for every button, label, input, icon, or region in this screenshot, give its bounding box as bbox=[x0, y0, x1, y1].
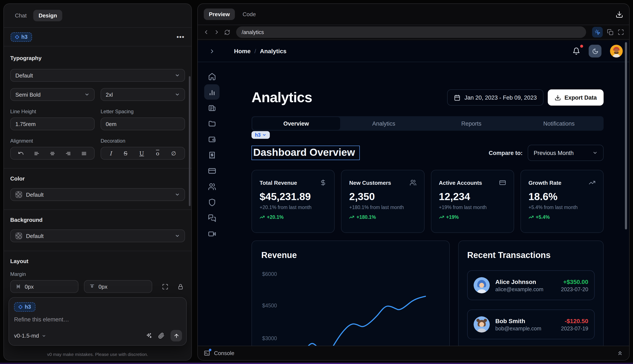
selected-element-chip[interactable]: h3 bbox=[11, 32, 32, 42]
submit-button[interactable] bbox=[170, 330, 182, 342]
transaction-name: Bob Smith bbox=[495, 318, 541, 324]
fullscreen-icon[interactable] bbox=[618, 29, 624, 35]
strikethrough-icon[interactable]: S bbox=[124, 150, 127, 156]
tab-reports[interactable]: Reports bbox=[428, 117, 515, 130]
chevrons-up-icon[interactable] bbox=[617, 350, 623, 356]
line-height-input[interactable]: 1.75rem bbox=[10, 118, 95, 130]
refine-composer: h3 Refine this element… v0-1.5-md bbox=[9, 297, 187, 346]
overline-icon[interactable]: o bbox=[156, 150, 159, 156]
letter-spacing-input[interactable]: 0em bbox=[101, 118, 185, 130]
margin-x-value: 0px bbox=[25, 283, 34, 290]
expand-margin-icon[interactable] bbox=[162, 283, 168, 290]
stat-card-active-accounts: Active Accounts 12,234 +19% from last mo… bbox=[431, 170, 514, 233]
video-icon bbox=[208, 230, 216, 238]
sidebar-item-files[interactable] bbox=[204, 116, 220, 131]
sidebar-item-home[interactable] bbox=[204, 68, 220, 84]
tab-chat[interactable]: Chat bbox=[10, 10, 32, 21]
app-topbar: Home / Analytics bbox=[198, 40, 629, 62]
theme-toggle-button[interactable] bbox=[589, 45, 601, 58]
transaction-date: 2023-07-19 bbox=[561, 326, 588, 332]
breadcrumb-home[interactable]: Home bbox=[234, 48, 251, 54]
stat-subtext: +5.4% from last month bbox=[529, 205, 596, 210]
sidebar-item-wallet[interactable] bbox=[204, 132, 220, 147]
sidebar-toggle-icon[interactable] bbox=[209, 48, 215, 54]
layout-section-title: Layout bbox=[10, 258, 185, 264]
bar-chart-icon bbox=[208, 88, 216, 96]
undo-icon[interactable] bbox=[18, 150, 24, 156]
font-size-select[interactable]: 2xl bbox=[101, 88, 185, 101]
sidebar-item-customers[interactable] bbox=[204, 179, 220, 194]
stat-value: $45,231.89 bbox=[260, 191, 327, 203]
user-avatar[interactable] bbox=[610, 45, 623, 58]
sidebar-item-invoices[interactable] bbox=[204, 100, 220, 115]
sidebar-item-security[interactable] bbox=[204, 194, 220, 210]
color-select[interactable]: Default bbox=[10, 188, 185, 201]
align-right-icon[interactable] bbox=[65, 150, 71, 156]
tab-design[interactable]: Design bbox=[34, 10, 62, 21]
transaction-row[interactable]: Bob Smith bob@example.com -$120.50 2023-… bbox=[467, 310, 595, 339]
sparkles-icon[interactable] bbox=[146, 332, 152, 339]
copy-icon[interactable] bbox=[607, 29, 613, 35]
preview-scrollbar[interactable] bbox=[625, 42, 627, 230]
compare-select[interactable]: Previous Month bbox=[528, 145, 603, 161]
url-input[interactable]: /analytics bbox=[236, 26, 586, 38]
refresh-icon[interactable] bbox=[224, 29, 230, 35]
sidebar-item-messages[interactable] bbox=[204, 210, 220, 226]
sidebar-item-video[interactable] bbox=[204, 226, 220, 242]
selected-heading[interactable]: Dashboard Overview bbox=[252, 146, 360, 160]
design-panel-scrollbar[interactable] bbox=[189, 76, 190, 206]
notifications-button[interactable] bbox=[572, 47, 580, 55]
console-label: Console bbox=[214, 350, 234, 356]
tab-notifications[interactable]: Notifications bbox=[515, 117, 603, 130]
tab-code[interactable]: Code bbox=[238, 8, 261, 20]
margin-horizontal-icon bbox=[15, 284, 21, 290]
transaction-email: alice@example.com bbox=[495, 286, 543, 292]
download-icon[interactable] bbox=[615, 10, 623, 18]
date-range-value: Jan 20, 2023 - Feb 09, 2023 bbox=[464, 94, 537, 101]
forward-icon[interactable] bbox=[214, 29, 220, 35]
margin-y-input[interactable]: 0px bbox=[84, 280, 152, 293]
disclaimer-text: v0 may make mistakes. Please use with di… bbox=[4, 352, 191, 357]
stats-row: Total Revenue $45,231.89 +20.1% from las… bbox=[252, 170, 603, 233]
no-decoration-icon[interactable]: ∅ bbox=[171, 150, 176, 156]
underline-icon[interactable]: U bbox=[139, 150, 144, 156]
margin-x-input[interactable]: 0px bbox=[10, 280, 78, 293]
export-data-label: Export Data bbox=[564, 94, 597, 101]
tab-overview[interactable]: Overview bbox=[252, 117, 340, 130]
preview-tabbar: Preview Code bbox=[198, 4, 629, 25]
select-element-tool[interactable] bbox=[592, 27, 603, 38]
more-options-icon[interactable]: ••• bbox=[176, 33, 184, 40]
sidebar-item-cards[interactable] bbox=[204, 163, 220, 178]
refine-input[interactable]: Refine this element… bbox=[14, 316, 181, 323]
date-range-button[interactable]: Jan 20, 2023 - Feb 09, 2023 bbox=[447, 90, 543, 106]
lock-margin-icon[interactable] bbox=[177, 283, 184, 290]
diamond-icon bbox=[18, 305, 23, 309]
element-tag-chip[interactable]: h3 bbox=[252, 131, 270, 139]
export-data-button[interactable]: Export Data bbox=[548, 90, 603, 106]
align-center-icon[interactable] bbox=[50, 150, 55, 156]
console-bar[interactable]: Console bbox=[198, 346, 629, 360]
model-select[interactable]: v0-1.5-md bbox=[14, 332, 46, 339]
back-icon[interactable] bbox=[203, 29, 209, 35]
chevron-down-icon bbox=[175, 92, 180, 97]
align-left-icon[interactable] bbox=[34, 150, 40, 156]
sidebar-item-billing[interactable] bbox=[204, 147, 220, 163]
stat-value: 2,350 bbox=[349, 191, 416, 203]
align-justify-icon[interactable] bbox=[81, 150, 87, 156]
font-select[interactable]: Default bbox=[10, 69, 185, 82]
folder-icon bbox=[208, 120, 216, 128]
sidebar-item-analytics[interactable] bbox=[204, 84, 220, 100]
transaction-row[interactable]: Alice Johnson alice@example.com +$350.00… bbox=[467, 270, 595, 300]
paperclip-icon[interactable] bbox=[158, 332, 164, 339]
cursor-click-icon bbox=[594, 29, 600, 35]
transaction-amount: +$350.00 bbox=[561, 278, 588, 285]
tab-preview[interactable]: Preview bbox=[204, 8, 235, 20]
recent-transactions-card: Recent Transactions Alice Johnson alice@… bbox=[458, 240, 603, 346]
font-size-value: 2xl bbox=[106, 91, 113, 98]
font-weight-select[interactable]: Semi Bold bbox=[10, 88, 95, 101]
tab-analytics[interactable]: Analytics bbox=[340, 117, 428, 130]
background-select[interactable]: Default bbox=[10, 230, 185, 242]
wallet-icon bbox=[208, 135, 216, 143]
composer-element-chip[interactable]: h3 bbox=[14, 302, 35, 312]
italic-icon[interactable]: I bbox=[110, 150, 112, 156]
